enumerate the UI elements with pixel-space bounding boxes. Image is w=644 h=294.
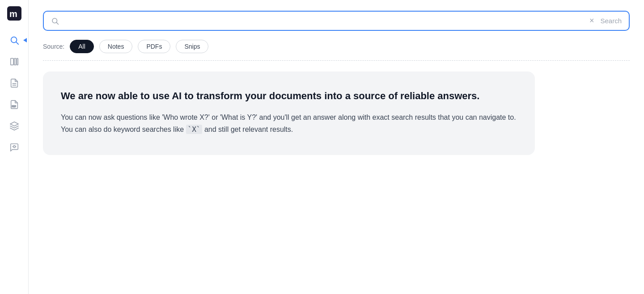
scan-icon — [9, 143, 19, 152]
search-icon — [9, 35, 19, 45]
notes-icon — [9, 78, 19, 88]
svg-rect-6 — [17, 59, 18, 65]
svg-line-14 — [56, 22, 58, 24]
pdf-icon: PDF — [9, 100, 19, 109]
svg-rect-4 — [10, 59, 13, 65]
sidebar-item-scan[interactable] — [4, 138, 24, 157]
search-button-label: Search — [600, 17, 622, 25]
filter-notes-button[interactable]: Notes — [99, 40, 133, 53]
filter-snips-button[interactable]: Snips — [176, 40, 208, 53]
sidebar-item-snips[interactable] — [4, 116, 24, 136]
info-card-body: You can now ask questions like 'Who wrot… — [61, 111, 517, 135]
main-content: × Search Source: All Notes PDFs Snips We… — [29, 0, 644, 294]
filter-pdfs-button[interactable]: PDFs — [138, 40, 170, 53]
search-bar-icon — [51, 17, 59, 25]
source-filter-label: Source: — [43, 43, 64, 50]
svg-line-3 — [16, 42, 18, 44]
svg-rect-5 — [14, 59, 16, 65]
app-logo: m — [6, 5, 22, 21]
svg-text:m: m — [9, 9, 17, 19]
sidebar: m PDF — [0, 0, 29, 294]
section-divider — [43, 60, 630, 61]
library-icon — [9, 57, 19, 67]
info-card-title: We are now able to use AI to transform y… — [61, 89, 517, 103]
sidebar-item-notes[interactable] — [4, 73, 24, 93]
snips-icon — [9, 121, 19, 131]
svg-text:PDF: PDF — [12, 105, 16, 108]
search-clear-button[interactable]: × — [588, 16, 596, 25]
filter-all-button[interactable]: All — [70, 40, 94, 53]
sidebar-item-pdfs[interactable]: PDF — [4, 95, 24, 114]
sidebar-item-search[interactable] — [4, 30, 24, 50]
source-filter: Source: All Notes PDFs Snips — [43, 40, 630, 53]
search-input[interactable] — [64, 17, 583, 25]
info-card: We are now able to use AI to transform y… — [43, 71, 535, 155]
search-bar: × Search — [43, 11, 630, 31]
sidebar-item-library[interactable] — [4, 52, 24, 71]
